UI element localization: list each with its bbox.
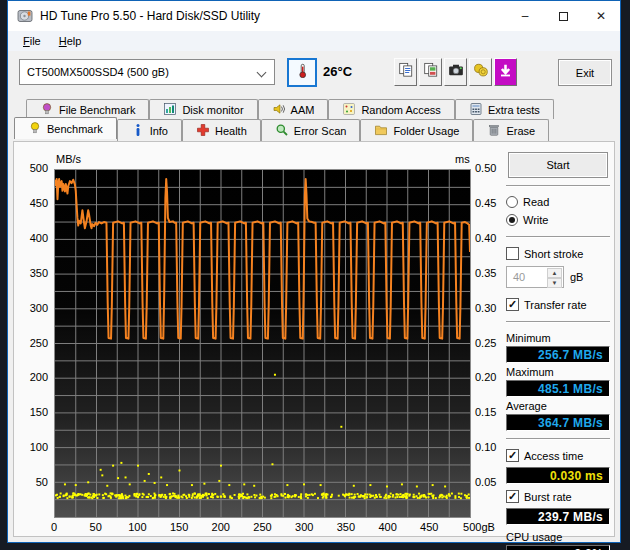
x-axis-tick: 0	[51, 521, 57, 533]
right-axis-tick: 0.50	[475, 162, 496, 174]
transfer-rate-row[interactable]: ✓ Transfer rate	[506, 298, 610, 311]
maximize-icon	[559, 12, 568, 21]
window-title: HD Tune Pro 5.50 - Hard Disk/SSD Utility	[40, 9, 506, 23]
benchmark-plot	[54, 169, 471, 518]
left-axis-tick: 500	[14, 162, 48, 174]
tab-info[interactable]: Info	[117, 119, 182, 141]
stepper-arrows[interactable]: ▲▼	[547, 268, 562, 286]
tab-label: Random Access	[361, 104, 440, 116]
average-value: 364.7 MB/s	[506, 414, 610, 431]
tab-label: Benchmark	[47, 123, 103, 135]
app-logo-icon	[17, 8, 33, 24]
read-label: Read	[523, 196, 549, 208]
folder-usage-icon	[374, 123, 388, 139]
right-axis-tick: 0.25	[475, 337, 496, 349]
divider	[506, 185, 610, 187]
screenshot-button[interactable]	[444, 58, 467, 86]
tab-folder-usage[interactable]: Folder Usage	[360, 119, 473, 141]
app-window: HD Tune Pro 5.50 - Hard Disk/SSD Utility…	[7, 0, 621, 543]
donate-button[interactable]	[469, 58, 492, 86]
short-stroke-label: Short stroke	[524, 248, 583, 260]
access-time-row[interactable]: ✓ Access time	[506, 449, 610, 462]
copy-text-button[interactable]	[394, 58, 417, 86]
benchmark-icon	[28, 121, 42, 137]
short-stroke-row[interactable]: Short stroke	[506, 247, 610, 260]
info-icon	[131, 123, 145, 139]
menu-item-help[interactable]: Help	[50, 33, 91, 49]
thermometer-icon	[295, 63, 310, 82]
x-axis-tick: 400	[378, 521, 396, 533]
capacity-stepper[interactable]: 40 ▲▼	[506, 266, 564, 288]
disk-monitor-icon	[163, 102, 177, 118]
tab-label: File Benchmark	[59, 104, 135, 116]
read-radio[interactable]	[506, 196, 518, 208]
copy-text-icon	[398, 62, 414, 82]
x-axis-tick: 300	[295, 521, 313, 533]
left-axis-tick: 50	[14, 476, 48, 488]
short-stroke-checkbox[interactable]	[506, 247, 519, 260]
download-button[interactable]	[494, 58, 517, 86]
write-radio-row[interactable]: Write	[506, 214, 610, 226]
capacity-value: 40	[513, 271, 525, 283]
extra-tests-icon	[469, 102, 483, 118]
left-axis-tick: 200	[14, 371, 48, 383]
cpu-usage-value: 9.2%	[506, 545, 610, 550]
tab-random-access[interactable]: Random Access	[328, 99, 454, 119]
burst-rate-value: 239.7 MB/s	[506, 508, 610, 525]
right-axis-tick: 0.15	[475, 406, 496, 418]
copy-image-icon	[423, 62, 439, 82]
tab-file-benchmark[interactable]: File Benchmark	[26, 99, 149, 119]
divider	[506, 321, 610, 323]
access-time-label: Access time	[524, 450, 583, 462]
menu-item-file[interactable]: File	[14, 33, 50, 49]
tab-disk-monitor[interactable]: Disk monitor	[149, 99, 257, 119]
exit-button[interactable]: Exit	[558, 59, 612, 86]
burst-rate-row[interactable]: ✓ Burst rate	[506, 490, 610, 503]
minimize-button[interactable]: –	[506, 2, 544, 31]
stepper-down-icon[interactable]: ▼	[547, 278, 562, 288]
download-icon	[498, 63, 513, 82]
erase-icon	[487, 123, 501, 139]
left-axis-tick: 150	[14, 406, 48, 418]
menu-bar: FileHelp	[8, 31, 620, 51]
tab-strip: File BenchmarkDisk monitorAAMRandom Acce…	[8, 96, 620, 141]
close-button[interactable]: ✕	[582, 2, 620, 31]
access-time-checkbox[interactable]: ✓	[506, 449, 519, 462]
x-axis-tick: 100	[128, 521, 146, 533]
x-axis-tick: 450	[420, 521, 438, 533]
copy-image-button[interactable]	[419, 58, 442, 86]
minimum-label: Minimum	[506, 332, 610, 344]
tab-label: Disk monitor	[182, 104, 243, 116]
stepper-up-icon[interactable]: ▲	[547, 268, 562, 278]
capacity-unit: gB	[570, 271, 583, 283]
tab-erase[interactable]: Erase	[473, 119, 549, 141]
burst-rate-checkbox[interactable]: ✓	[506, 490, 519, 503]
tab-aam[interactable]: AAM	[258, 99, 329, 119]
temperature-value: 26°C	[323, 64, 352, 79]
tab-error-scan[interactable]: Error Scan	[261, 119, 361, 141]
tab-health[interactable]: Health	[182, 119, 261, 141]
x-axis-tick: 150	[170, 521, 188, 533]
left-axis-tick: 450	[14, 197, 48, 209]
drive-select-value: CT500MX500SSD4 (500 gB)	[27, 66, 169, 78]
tab-benchmark[interactable]: Benchmark	[14, 117, 117, 139]
left-axis-tick: 400	[14, 232, 48, 244]
tab-label: Health	[215, 125, 247, 137]
titlebar: HD Tune Pro 5.50 - Hard Disk/SSD Utility…	[8, 1, 620, 31]
file-benchmark-icon	[40, 102, 54, 118]
average-label: Average	[506, 400, 610, 412]
write-label: Write	[523, 214, 548, 226]
drive-select[interactable]: CT500MX500SSD4 (500 gB)	[19, 59, 275, 85]
right-axis-tick: 0.35	[475, 267, 496, 279]
tab-extra-tests[interactable]: Extra tests	[455, 99, 554, 119]
temperature-button[interactable]	[287, 58, 317, 87]
right-axis-tick: 0.45	[475, 197, 496, 209]
maximize-button[interactable]	[544, 2, 582, 31]
write-radio[interactable]	[506, 214, 518, 226]
start-button[interactable]: Start	[508, 152, 608, 178]
chevron-down-icon	[257, 68, 267, 78]
x-axis-tick: 50	[90, 521, 102, 533]
read-radio-row[interactable]: Read	[506, 196, 610, 208]
transfer-rate-checkbox[interactable]: ✓	[506, 298, 519, 311]
toolbar: CT500MX500SSD4 (500 gB) 26°C Exit	[8, 51, 620, 96]
